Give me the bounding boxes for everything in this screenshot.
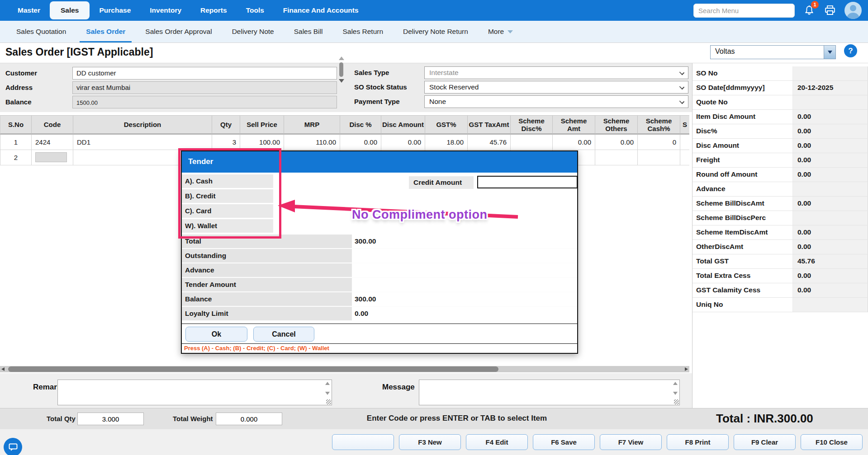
chat-icon[interactable] bbox=[4, 438, 22, 455]
cell-scheme-others[interactable]: 0.00 bbox=[595, 135, 638, 150]
cell-gst-taxamt[interactable]: 45.76 bbox=[468, 135, 511, 150]
cell-code[interactable] bbox=[32, 150, 73, 165]
code-entry-input[interactable] bbox=[35, 152, 67, 162]
f8-print-button[interactable]: F8 Print bbox=[667, 434, 729, 450]
disc-amount-value[interactable]: 0.00 bbox=[793, 139, 868, 153]
f7-view-button[interactable]: F7 View bbox=[600, 434, 662, 450]
f3-new-button[interactable]: F3 New bbox=[399, 434, 461, 450]
so-no-value[interactable] bbox=[793, 66, 868, 80]
scroll-left-icon[interactable] bbox=[1, 367, 5, 371]
cell-scheme-amt[interactable]: 0.00 bbox=[553, 135, 595, 150]
print-icon[interactable] bbox=[824, 4, 836, 17]
horizontal-scrollbar[interactable] bbox=[0, 366, 689, 372]
col-scheme-cash[interactable]: Scheme Cash% bbox=[638, 115, 680, 135]
sales-type-select[interactable]: Interstate bbox=[424, 66, 688, 79]
cell-scheme-disc[interactable] bbox=[511, 135, 553, 150]
scheme-billdiscamt-value[interactable]: 0.00 bbox=[793, 197, 868, 211]
scroll-down-icon[interactable] bbox=[339, 79, 344, 83]
tab-sales-order[interactable]: Sales Order bbox=[76, 21, 135, 42]
cell-mrp[interactable]: 110.00 bbox=[284, 135, 340, 150]
quote-no-value[interactable] bbox=[793, 95, 868, 109]
customer-form-scrollbar[interactable] bbox=[338, 56, 344, 94]
freight-value[interactable]: 0.00 bbox=[793, 153, 868, 167]
so-stock-status-select[interactable]: Stock Reserved bbox=[424, 81, 688, 94]
tab-sales-return[interactable]: Sales Return bbox=[332, 21, 393, 42]
address-field[interactable]: virar east Mumbai bbox=[72, 81, 337, 94]
menu-finance-and-accounts[interactable]: Finance And Accounts bbox=[274, 0, 368, 21]
scheme-billdiscperc-value[interactable] bbox=[793, 211, 868, 225]
col-qty[interactable]: Qty bbox=[212, 115, 240, 135]
scroll-up-icon[interactable] bbox=[325, 382, 330, 385]
so-date-value[interactable]: 20-12-2025 bbox=[793, 81, 868, 95]
col-scheme-amt[interactable]: Scheme Amt bbox=[553, 115, 595, 135]
col-gst-taxamt[interactable]: GST TaxAmt bbox=[468, 115, 511, 135]
advance-value[interactable] bbox=[793, 182, 868, 196]
total-qty-input[interactable] bbox=[77, 413, 144, 425]
item-disc-amount-value[interactable]: 0.00 bbox=[793, 110, 868, 124]
tab-delivery-note[interactable]: Delivery Note bbox=[222, 21, 284, 42]
uniq-no-value[interactable] bbox=[793, 298, 868, 312]
cell-sell-price[interactable]: 100.00 bbox=[240, 135, 284, 150]
cell-description[interactable]: DD1 bbox=[73, 135, 212, 150]
menu-purchase[interactable]: Purchase bbox=[90, 0, 140, 21]
cell-scheme-others[interactable] bbox=[595, 150, 638, 165]
menu-inventory[interactable]: Inventory bbox=[140, 0, 191, 21]
cell-scheme-cash[interactable] bbox=[638, 150, 680, 165]
f4-edit-button[interactable]: F4 Edit bbox=[466, 434, 528, 450]
menu-master[interactable]: Master bbox=[8, 0, 50, 21]
chevron-down-icon[interactable] bbox=[824, 46, 835, 59]
help-icon[interactable]: ? bbox=[844, 44, 857, 57]
tab-more[interactable]: More bbox=[478, 21, 523, 42]
col-scheme-disc[interactable]: Scheme Disc% bbox=[511, 115, 553, 135]
disc-pct-value[interactable]: 0.00 bbox=[793, 124, 868, 138]
table-row[interactable]: 1 2424 DD1 3 100.00 110.00 0.00 0.00 18.… bbox=[0, 135, 689, 150]
tab-sales-quotation[interactable]: Sales Quotation bbox=[6, 21, 76, 42]
f10-close-button[interactable]: F10 Close bbox=[801, 434, 863, 450]
cell-scheme-cash[interactable]: 0 bbox=[638, 135, 680, 150]
menu-tools[interactable]: Tools bbox=[237, 0, 274, 21]
payment-type-select[interactable]: None bbox=[424, 95, 688, 108]
cancel-button[interactable]: Cancel bbox=[253, 327, 314, 342]
tab-sales-order-approval[interactable]: Sales Order Approval bbox=[135, 21, 222, 42]
tab-sales-bill[interactable]: Sales Bill bbox=[284, 21, 333, 42]
cell-code[interactable]: 2424 bbox=[32, 135, 73, 150]
otherdiscamt-value[interactable]: 0.00 bbox=[793, 240, 868, 254]
blank-button[interactable] bbox=[332, 434, 394, 450]
menu-sales[interactable]: Sales bbox=[50, 1, 90, 19]
col-sno[interactable]: S.No bbox=[0, 115, 32, 135]
customer-field[interactable]: DD customer bbox=[72, 67, 337, 80]
scroll-up-icon[interactable] bbox=[339, 56, 344, 60]
col-mrp[interactable]: MRP bbox=[284, 115, 340, 135]
col-gst-pct[interactable]: GST% bbox=[425, 115, 468, 135]
message-textarea[interactable] bbox=[419, 380, 679, 405]
remarks-textarea[interactable] bbox=[58, 380, 332, 405]
col-scheme-others[interactable]: Scheme Others bbox=[595, 115, 638, 135]
f6-save-button[interactable]: F6 Save bbox=[533, 434, 595, 450]
col-sell-price[interactable]: Sell Price bbox=[240, 115, 284, 135]
scheme-itemdiscamt-value[interactable]: 0.00 bbox=[793, 225, 868, 239]
cell-disc-pct[interactable]: 0.00 bbox=[340, 135, 381, 150]
scroll-up-icon[interactable] bbox=[673, 382, 678, 385]
col-disc-pct[interactable]: Disc % bbox=[340, 115, 381, 135]
resize-handle[interactable] bbox=[326, 399, 331, 404]
scroll-thumb[interactable] bbox=[8, 366, 498, 372]
tab-delivery-note-return[interactable]: Delivery Note Return bbox=[393, 21, 478, 42]
avatar[interactable] bbox=[844, 2, 862, 19]
scroll-right-icon[interactable] bbox=[685, 367, 688, 371]
menu-reports[interactable]: Reports bbox=[191, 0, 237, 21]
credit-amount-input[interactable] bbox=[477, 176, 578, 188]
ok-button[interactable]: Ok bbox=[185, 327, 247, 342]
cell-disc-amount[interactable]: 0.00 bbox=[381, 135, 425, 150]
scroll-down-icon[interactable] bbox=[673, 392, 678, 395]
scroll-down-icon[interactable] bbox=[325, 392, 330, 395]
search-input[interactable] bbox=[693, 4, 795, 18]
col-description[interactable]: Description bbox=[73, 115, 212, 135]
scroll-thumb[interactable] bbox=[339, 62, 343, 77]
notifications-bell-icon[interactable]: 1 bbox=[803, 4, 816, 17]
resize-handle[interactable] bbox=[674, 399, 679, 404]
total-weight-input[interactable] bbox=[216, 413, 282, 425]
round-off-amount-value[interactable]: 0.00 bbox=[793, 168, 868, 182]
cell-qty[interactable]: 3 bbox=[212, 135, 240, 150]
company-select[interactable]: Voltas bbox=[710, 45, 836, 59]
cell-gst-pct[interactable]: 18.00 bbox=[425, 135, 468, 150]
